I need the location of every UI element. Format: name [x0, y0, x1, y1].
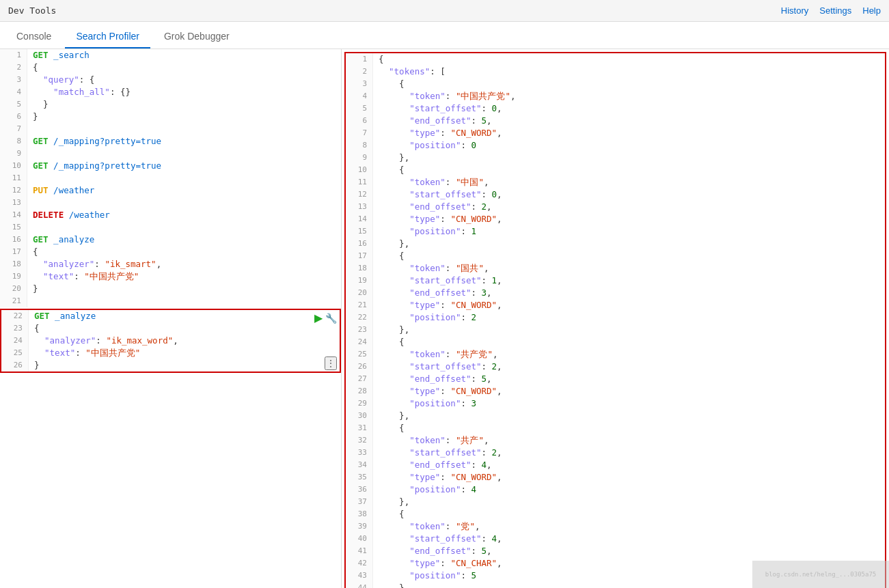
output-line-number: 31: [346, 422, 373, 434]
output-line-number: 28: [346, 385, 373, 397]
output-line: 30 },: [346, 410, 885, 422]
output-line-content: "end_offset": 5,: [373, 373, 885, 385]
line-number: 6: [0, 111, 27, 123]
output-line: 5 "start_offset": 0,: [346, 102, 885, 115]
editor-line: 14DELETE /weather: [0, 209, 341, 221]
line-number: 1: [0, 49, 27, 61]
output-line: 10 {: [346, 164, 885, 176]
output-line-number: 35: [346, 471, 373, 484]
settings-link[interactable]: Settings: [819, 5, 851, 16]
output-line-number: 9: [346, 152, 373, 164]
output-line-content: "end_offset": 5,: [373, 545, 885, 557]
editor-line: 4 "match_all": {}: [0, 86, 341, 98]
output-line-content: "end_offset": 3,: [373, 287, 885, 299]
output-line-number: 18: [346, 262, 373, 275]
output-line: 32 "token": "共产",: [346, 434, 885, 447]
editor-line: 19 "text": "中国共产党": [0, 270, 341, 283]
history-link[interactable]: History: [781, 5, 808, 16]
output-line-number: 34: [346, 459, 373, 471]
output-line-number: 5: [346, 102, 373, 115]
editor-line: 12PUT /weather: [0, 184, 341, 197]
line-number: 9: [0, 148, 27, 160]
output-line-content: "type": "CN_WORD",: [373, 213, 885, 225]
output-line-content: "position": 3: [373, 397, 885, 410]
selected-request-block: ▶🔧22GET _analyze23{24 "analyzer": "ik_ma…: [0, 309, 341, 373]
output-line-content: "start_offset": 4,: [373, 533, 885, 545]
output-line-content: "type": "CN_WORD",: [373, 471, 885, 484]
editor-line: 8GET /_mapping?pretty=true: [0, 135, 341, 148]
output-line: 18 "token": "国共",: [346, 262, 885, 275]
output-line-content: "end_offset": 2,: [373, 201, 885, 213]
output-line: 37 },: [346, 496, 885, 508]
output-line: 11 "token": "中国",: [346, 176, 885, 188]
play-button[interactable]: ▶: [314, 311, 323, 324]
output-line: 14 "type": "CN_WORD",: [346, 213, 885, 225]
output-line-number: 43: [346, 570, 373, 582]
tab-search-profiler[interactable]: Search Profiler: [65, 25, 150, 48]
output-line-content: "token": "共产",: [373, 434, 885, 447]
editor-line: 7: [0, 123, 341, 135]
tab-console[interactable]: Console: [5, 25, 62, 48]
output-line-content: "token": "共产党",: [373, 348, 885, 361]
output-line: 28 "type": "CN_WORD",: [346, 385, 885, 397]
output-line-number: 16: [346, 238, 373, 250]
output-line: 40 "start_offset": 4,: [346, 533, 885, 545]
help-link[interactable]: Help: [862, 5, 881, 16]
output-line-number: 10: [346, 164, 373, 176]
output-line: 20 "end_offset": 3,: [346, 287, 885, 299]
output-border: 1{2 "tokens": [3 {4 "token": "中国共产党",5 "…: [344, 52, 886, 588]
output-line-content: "position": 2: [373, 311, 885, 324]
line-number: 20: [0, 283, 27, 295]
output-line-number: 2: [346, 66, 373, 78]
output-panel: 1{2 "tokens": [3 {4 "token": "中国共产党",5 "…: [342, 49, 889, 588]
editor-line: 21: [0, 295, 341, 307]
tab-bar: Console Search Profiler Grok Debugger: [0, 22, 889, 49]
code-editor-panel: 1GET _search2{3 "query": {4 "match_all":…: [0, 49, 342, 588]
line-number: 23: [1, 322, 29, 335]
output-line-number: 39: [346, 520, 373, 533]
output-line-number: 24: [346, 336, 373, 348]
output-line-content: {: [373, 164, 885, 176]
output-line-number: 29: [346, 397, 373, 410]
output-line-content: },: [373, 324, 885, 336]
code-editor: 1GET _search2{3 "query": {4 "match_all":…: [0, 49, 341, 374]
app-title: Dev Tools: [8, 5, 56, 16]
output-line-number: 11: [346, 176, 373, 188]
output-line: 1{: [346, 53, 885, 66]
output-line: 29 "position": 3: [346, 397, 885, 410]
output-line-number: 32: [346, 434, 373, 447]
context-menu-button[interactable]: ⋮: [325, 356, 337, 370]
wrench-button[interactable]: 🔧: [325, 311, 337, 324]
line-number: 26: [1, 359, 29, 372]
output-line-number: 20: [346, 287, 373, 299]
output-line-number: 13: [346, 201, 373, 213]
output-line: 3 {: [346, 78, 885, 90]
output-line-content: "token": "国共",: [373, 262, 885, 275]
output-line-content: "token": "中国",: [373, 176, 885, 188]
output-line-content: "start_offset": 0,: [373, 188, 885, 201]
output-line-content: "position": 1: [373, 225, 885, 238]
output-line-number: 6: [346, 115, 373, 127]
editor-line: 20}: [0, 283, 341, 295]
output-line: 41 "end_offset": 5,: [346, 545, 885, 557]
output-line-content: "position": 0: [373, 139, 885, 152]
line-number: 14: [0, 209, 27, 221]
line-number: 22: [1, 310, 29, 322]
output-line-number: 17: [346, 250, 373, 262]
line-number: 25: [1, 347, 29, 359]
editor-line: 18 "analyzer": "ik_smart",: [0, 258, 341, 270]
line-number: 13: [0, 197, 27, 209]
line-number: 5: [0, 98, 27, 111]
output-line-content: {: [373, 508, 885, 520]
tab-grok-debugger[interactable]: Grok Debugger: [153, 25, 241, 48]
output-line-number: 15: [346, 225, 373, 238]
line-number: 24: [1, 335, 29, 347]
output-line-number: 3: [346, 78, 373, 90]
output-line-number: 19: [346, 275, 373, 287]
editor-line: 22GET _analyze: [1, 310, 340, 322]
line-number: 16: [0, 234, 27, 246]
editor-line: 23{: [1, 322, 340, 335]
output-line-number: 27: [346, 373, 373, 385]
output-line-number: 42: [346, 557, 373, 570]
output-line: 33 "start_offset": 2,: [346, 447, 885, 459]
